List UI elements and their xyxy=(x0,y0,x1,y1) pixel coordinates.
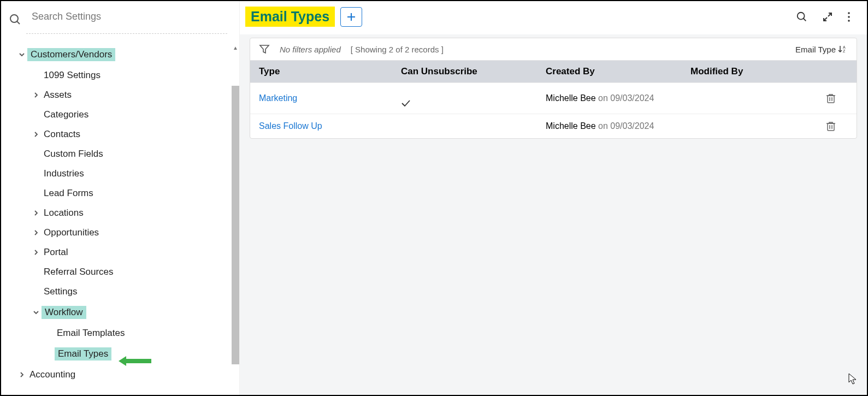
add-button[interactable] xyxy=(340,7,362,27)
sidebar-item-1099-settings[interactable]: 1099 Settings xyxy=(1,66,239,85)
svg-line-1 xyxy=(17,21,20,24)
table-row: Marketing Michelle Bee on 09/03/2024 xyxy=(250,82,857,114)
svg-text:Z: Z xyxy=(843,49,846,53)
sort-control[interactable]: Email Type A Z xyxy=(795,45,848,54)
sidebar-item-label: Referral Sources xyxy=(42,267,114,277)
search-input[interactable] xyxy=(32,11,228,28)
chevron-right-icon xyxy=(16,371,27,378)
sidebar-item-accounting[interactable]: Accounting xyxy=(1,365,239,385)
filter-bar: No filters applied [ Showing 2 of 2 reco… xyxy=(250,38,857,61)
filter-status: No filters applied xyxy=(280,45,341,54)
sidebar-item-locations[interactable]: Locations xyxy=(1,203,239,223)
table-header: Type Can Unsubscribe Created By Modified… xyxy=(250,61,857,82)
sidebar-item-email-templates[interactable]: Email Templates xyxy=(1,323,239,343)
sidebar-item-label: Settings xyxy=(42,286,77,297)
svg-point-0 xyxy=(10,15,18,22)
cursor-icon xyxy=(848,373,857,385)
plus-icon xyxy=(346,12,356,22)
sidebar-item-label: Custom Fields xyxy=(42,149,103,159)
column-header-modified-by[interactable]: Modified By xyxy=(690,66,826,77)
search-bar xyxy=(1,1,239,33)
scrollbar-thumb[interactable] xyxy=(232,86,239,364)
sidebar-item-referral-sources[interactable]: Referral Sources xyxy=(1,262,239,282)
sidebar-item-lead-forms[interactable]: Lead Forms xyxy=(1,184,239,203)
content-area: No filters applied [ Showing 2 of 2 reco… xyxy=(240,34,867,149)
sort-icon: A Z xyxy=(838,45,848,54)
header-actions xyxy=(796,11,856,23)
sidebar-item-opportunities[interactable]: Opportunities xyxy=(1,223,239,243)
sidebar-item-contacts[interactable]: Contacts xyxy=(1,125,239,144)
check-icon xyxy=(401,90,546,107)
chevron-right-icon xyxy=(31,249,42,256)
chevron-right-icon xyxy=(31,92,42,98)
search-icon xyxy=(9,13,22,26)
svg-point-10 xyxy=(848,16,850,18)
sidebar-item-label: Customers/Vendors xyxy=(27,48,115,61)
sidebar-item-label: Lead Forms xyxy=(42,188,93,199)
chevron-right-icon xyxy=(31,229,42,236)
main-header: Email Types xyxy=(240,1,867,34)
column-header-actions xyxy=(826,66,848,77)
sidebar-item-assets[interactable]: Assets xyxy=(1,85,239,105)
records-count: [ Showing 2 of 2 records ] xyxy=(351,45,444,54)
chevron-down-icon xyxy=(31,309,42,316)
sidebar-item-label: Email Types xyxy=(55,347,111,360)
search-icon[interactable] xyxy=(796,11,808,23)
column-header-unsubscribe[interactable]: Can Unsubscribe xyxy=(401,66,546,77)
sidebar-item-customers-vendors[interactable]: Customers/Vendors xyxy=(1,44,239,66)
sidebar-item-label: Categories xyxy=(42,109,88,120)
sidebar-item-categories[interactable]: Categories xyxy=(1,105,239,125)
sidebar: Customers/Vendors 1099 Settings Assets C… xyxy=(1,1,240,395)
svg-point-11 xyxy=(848,20,850,22)
expand-icon[interactable] xyxy=(822,11,833,22)
sidebar-item-workflow[interactable]: Workflow xyxy=(1,302,239,323)
svg-point-5 xyxy=(798,12,805,19)
sidebar-item-label: Locations xyxy=(42,208,84,218)
chevron-down-icon xyxy=(16,51,27,58)
filter-icon[interactable] xyxy=(259,44,270,55)
sidebar-item-label: 1099 Settings xyxy=(42,70,101,81)
svg-line-6 xyxy=(804,18,806,21)
sidebar-item-label: Email Templates xyxy=(55,328,125,339)
page-title: Email Types xyxy=(245,7,335,27)
sidebar-item-custom-fields[interactable]: Custom Fields xyxy=(1,144,239,164)
title-area: Email Types xyxy=(245,7,362,27)
column-header-created-by[interactable]: Created By xyxy=(546,66,690,77)
type-link[interactable]: Marketing xyxy=(259,93,297,103)
arrow-annotation xyxy=(119,355,151,367)
sidebar-item-industries[interactable]: Industries xyxy=(1,164,239,184)
sidebar-item-label: Portal xyxy=(42,247,68,258)
sidebar-item-label: Workflow xyxy=(42,306,86,319)
svg-marker-12 xyxy=(260,45,269,53)
svg-rect-20 xyxy=(828,123,834,131)
svg-marker-24 xyxy=(849,374,856,384)
created-by-cell: Michelle Bee on 09/03/2024 xyxy=(546,93,690,103)
table-row: Sales Follow Up Michelle Bee on 09/03/20… xyxy=(250,114,857,138)
sidebar-item-label: Industries xyxy=(42,168,84,179)
sidebar-item-label: Opportunities xyxy=(42,227,99,238)
main-content: Email Types xyxy=(240,1,867,395)
svg-rect-16 xyxy=(828,96,834,103)
nav-tree: Customers/Vendors 1099 Settings Assets C… xyxy=(1,34,239,395)
trash-icon[interactable] xyxy=(826,93,848,104)
type-link[interactable]: Sales Follow Up xyxy=(259,121,322,131)
svg-marker-2 xyxy=(119,356,151,366)
more-icon[interactable] xyxy=(847,11,851,22)
chevron-right-icon xyxy=(31,210,42,216)
sidebar-item-label: Contacts xyxy=(42,129,80,140)
svg-text:A: A xyxy=(843,45,846,49)
sidebar-item-label: Accounting xyxy=(27,369,75,380)
svg-point-9 xyxy=(848,12,850,14)
scroll-up-arrow[interactable]: ▲ xyxy=(231,44,240,51)
created-by-cell: Michelle Bee on 09/03/2024 xyxy=(546,121,690,131)
table-container: No filters applied [ Showing 2 of 2 reco… xyxy=(250,38,857,139)
chevron-right-icon xyxy=(31,131,42,138)
sort-label: Email Type xyxy=(795,45,836,54)
sidebar-item-label: Assets xyxy=(42,90,72,101)
trash-icon[interactable] xyxy=(826,121,848,132)
sidebar-item-settings[interactable]: Settings xyxy=(1,282,239,302)
sidebar-item-portal[interactable]: Portal xyxy=(1,243,239,262)
column-header-type[interactable]: Type xyxy=(259,66,401,77)
